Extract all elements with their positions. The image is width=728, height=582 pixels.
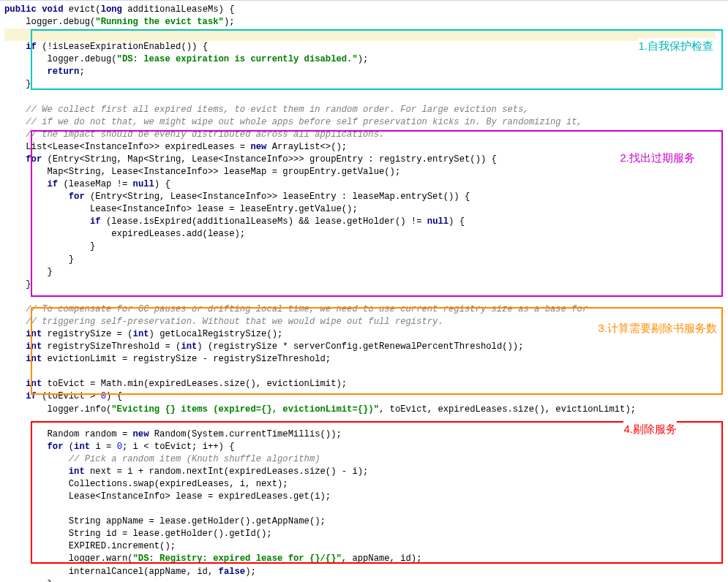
code-line: for (Entry<String, Lease<InstanceInfo>> … bbox=[4, 192, 470, 202]
code-line: } bbox=[4, 267, 53, 277]
code-line: logger.info("Evicting {} items (expired=… bbox=[4, 404, 636, 415]
annotation-label-2: 2.找出过期服务 bbox=[620, 150, 695, 165]
code-line: Lease<InstanceInfo> lease = expiredLease… bbox=[4, 491, 331, 502]
code-line: // triggering self-preservation. Without… bbox=[4, 317, 443, 327]
annotation-label-3: 3.计算需要剔除书服务数 bbox=[598, 320, 717, 336]
code-line: logger.debug("DS: lease expiration is cu… bbox=[4, 54, 368, 64]
code-line: Map<String, Lease<InstanceInfo>> leaseMa… bbox=[4, 167, 400, 177]
code-line: // the impact should be evenly distribut… bbox=[4, 129, 384, 140]
annotation-label-1: 1.自我保护检查 bbox=[638, 38, 713, 53]
code-line: } bbox=[4, 279, 31, 290]
annotation-label-4: 4.剔除服务 bbox=[623, 421, 677, 436]
code-line: // We collect first all expired items, t… bbox=[4, 105, 529, 115]
code-line: for (int i = 0; i < toEvict; i++) { bbox=[4, 442, 235, 452]
code-line: } bbox=[4, 241, 95, 252]
code-line: List<Lease<InstanceInfo>> expiredLeases … bbox=[4, 142, 347, 152]
code-line bbox=[4, 92, 10, 102]
code-line-highlight bbox=[4, 29, 715, 41]
code-line bbox=[4, 417, 10, 427]
code-line: if (leaseMap != null) { bbox=[4, 179, 170, 189]
code-line: Collections.swap(expiredLeases, i, next)… bbox=[4, 479, 288, 489]
code-line: String appName = lease.getHolder().getAp… bbox=[4, 516, 326, 526]
code-line: EXPIRED.increment(); bbox=[4, 541, 176, 551]
code-line bbox=[4, 504, 10, 514]
code-line: Random random = new Random(System.curren… bbox=[4, 429, 342, 439]
code-line: int registrySizeThreshold = (int) (regis… bbox=[4, 341, 523, 352]
code-line: int registrySize = (int) getLocalRegistr… bbox=[4, 329, 282, 339]
code-line: public void evict(long additionalLeaseMs… bbox=[4, 4, 235, 15]
code-line: logger.debug("Running the evict task"); bbox=[4, 17, 235, 27]
code-line: return; bbox=[4, 67, 85, 77]
code-line: if (lease.isExpired(additionalLeaseMs) &… bbox=[4, 216, 465, 227]
code-line: int evictionLimit = registrySize - regis… bbox=[4, 354, 331, 364]
code-line: if (toEvict > 0) { bbox=[4, 391, 122, 401]
code-line: expiredLeases.add(lease); bbox=[4, 229, 245, 239]
code-line: } bbox=[4, 254, 74, 265]
code-line: logger.warn("DS: Registry: expired lease… bbox=[4, 553, 421, 564]
code-line: // Pick a random item (Knuth shuffle alg… bbox=[4, 454, 320, 464]
code-line: for (Entry<String, Map<String, Lease<Ins… bbox=[4, 154, 497, 165]
code-line bbox=[4, 366, 10, 377]
code-line: if (!isLeaseExpirationEnabled()) { bbox=[4, 42, 208, 52]
code-line: internalCancel(appName, id, false); bbox=[4, 567, 256, 577]
code-line: // if we do not that, we might wipe out … bbox=[4, 117, 582, 127]
code-line: Lease<InstanceInfo> lease = leaseEntry.g… bbox=[4, 204, 358, 214]
code-line bbox=[4, 292, 10, 302]
code-line: String id = lease.getHolder().getId(); bbox=[4, 529, 272, 539]
code-line: } bbox=[4, 579, 53, 582]
code-line: int toEvict = Math.min(expiredLeases.siz… bbox=[4, 379, 347, 389]
code-block: public void evict(long additionalLeaseMs… bbox=[0, 1, 728, 582]
code-line: } bbox=[4, 79, 31, 89]
code-line: int next = i + random.nextInt(expiredLea… bbox=[4, 466, 368, 477]
code-line: // To compensate for GC pauses or drifti… bbox=[4, 304, 588, 314]
